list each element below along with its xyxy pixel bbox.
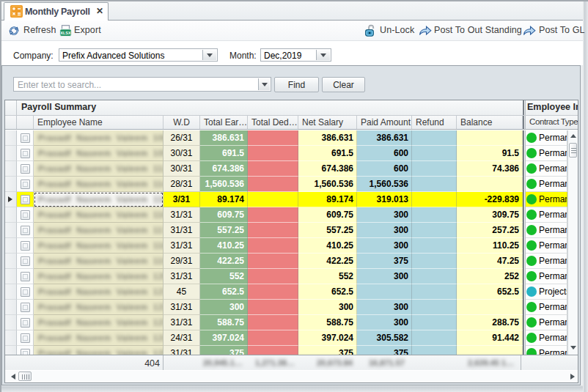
svg-text:XLSX: XLSX [60, 31, 71, 35]
